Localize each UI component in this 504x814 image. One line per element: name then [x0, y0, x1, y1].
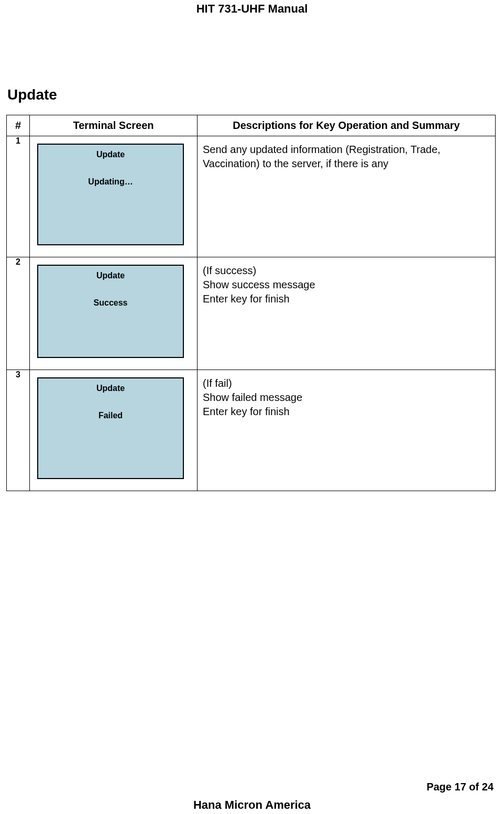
description-cell: Send any updated information (Registrati… [198, 136, 496, 257]
terminal-cell: Update Failed [30, 370, 198, 491]
table-header-row: # Terminal Screen Descriptions for Key O… [7, 115, 496, 136]
terminal-screen-box: Update Updating… [37, 144, 184, 245]
table-row: 1 Update Updating… Send any updated info… [7, 136, 496, 257]
terminal-status: Success [38, 298, 183, 308]
description-line: Show success message [203, 278, 489, 292]
table-row: 2 Update Success (If success) Show succe… [7, 257, 496, 370]
terminal-title: Update [38, 271, 183, 280]
terminal-status: Failed [38, 411, 183, 420]
terminal-screen-box: Update Failed [37, 377, 184, 479]
terminal-title: Update [38, 150, 183, 159]
description-cell: (If success) Show success message Enter … [198, 257, 496, 370]
description-cell: (If fail) Show failed message Enter key … [198, 370, 496, 491]
document-header-title: HIT 731-UHF Manual [0, 0, 504, 16]
description-line: Enter key for finish [203, 405, 489, 419]
row-num: 3 [7, 370, 30, 491]
description-line: (If success) [203, 264, 489, 278]
page-number: Page 17 of 24 [426, 781, 494, 793]
terminal-cell: Update Updating… [30, 136, 198, 257]
header-desc: Descriptions for Key Operation and Summa… [198, 115, 496, 136]
section-title: Update [7, 86, 504, 103]
table-row: 3 Update Failed (If fail) Show failed me… [7, 370, 496, 491]
header-num: # [7, 115, 30, 136]
terminal-status: Updating… [38, 177, 183, 187]
description-line: Show failed message [203, 390, 489, 405]
update-table: # Terminal Screen Descriptions for Key O… [6, 115, 496, 491]
description-line: Enter key for finish [203, 292, 489, 306]
row-num: 2 [7, 257, 30, 370]
footer-company: Hana Micron America [0, 798, 504, 812]
description-line: (If fail) [203, 376, 489, 390]
description-text: Send any updated information (Registrati… [203, 143, 489, 171]
terminal-screen-box: Update Success [37, 265, 184, 358]
row-num: 1 [7, 136, 30, 257]
terminal-cell: Update Success [30, 257, 198, 370]
header-terminal: Terminal Screen [30, 115, 198, 136]
terminal-title: Update [38, 384, 183, 393]
